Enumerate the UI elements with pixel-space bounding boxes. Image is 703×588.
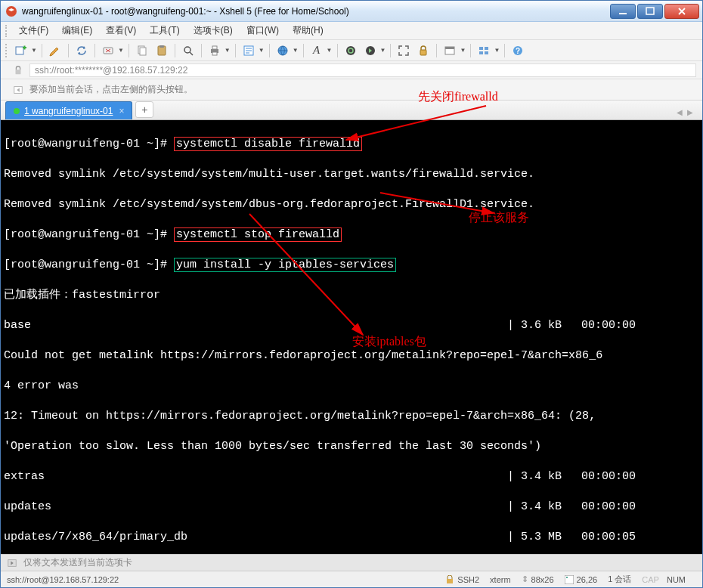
arrow-left-icon[interactable]	[13, 85, 23, 95]
copy-button[interactable]	[134, 42, 150, 59]
status-term: xterm	[490, 575, 511, 584]
script2-button[interactable]	[362, 42, 379, 59]
svg-rect-19	[445, 47, 454, 49]
svg-rect-31	[566, 577, 568, 578]
dropdown-icon[interactable]: ▼	[380, 47, 386, 54]
help-button[interactable]: ?	[509, 42, 526, 59]
tab-close-icon[interactable]: ×	[119, 106, 124, 116]
status-sessions: 1 会话	[608, 574, 631, 585]
menu-tabs[interactable]: 选项卡(B)	[187, 23, 239, 39]
tip-bar: 要添加当前会话，点击左侧的箭头按钮。	[1, 79, 702, 101]
status-ssh: SSH2	[445, 575, 479, 584]
font-button[interactable]: A	[308, 42, 325, 59]
status-dot-icon	[14, 108, 20, 114]
status-bar: ssh://root@192.168.57.129:22 SSH2 xterm …	[1, 571, 702, 587]
send-bar-text: 仅将文本发送到当前选项卡	[23, 556, 132, 569]
tab-nav: ◀ ▶	[677, 108, 698, 116]
app-window: wangruifenglinux-01 - root@wangruifeng-0…	[0, 0, 703, 588]
dropdown-icon[interactable]: ▼	[460, 47, 466, 54]
window-title: wangruifenglinux-01 - root@wangruifeng-0…	[22, 6, 610, 17]
dropdown-icon[interactable]: ▼	[118, 47, 124, 54]
new-session-button[interactable]	[13, 42, 29, 59]
disconnect-button[interactable]	[100, 42, 116, 59]
svg-rect-17	[420, 50, 426, 55]
highlight-cmd3: yum install -y iptables-services	[174, 258, 396, 272]
send-bar: 仅将文本发送到当前选项卡	[1, 554, 702, 571]
svg-rect-1	[619, 13, 627, 14]
highlight-cmd2: systemctl stop firewalld	[174, 227, 342, 242]
tab-next-icon[interactable]: ▶	[687, 108, 693, 116]
options-button[interactable]	[441, 42, 458, 59]
dropdown-icon[interactable]: ▼	[293, 47, 299, 54]
connection-bar	[1, 61, 702, 79]
svg-rect-23	[485, 51, 488, 54]
terminal[interactable]: [root@wangruifeng-01 ~]# systemctl disab…	[1, 120, 702, 554]
svg-rect-11	[212, 46, 217, 49]
fullscreen-button[interactable]	[395, 42, 412, 59]
tab-strip: 1 wangruifenglinux-01 × + ◀ ▶	[1, 101, 702, 120]
reconnect-button[interactable]	[73, 42, 90, 59]
lock-icon	[13, 65, 23, 76]
highlight-cmd1: systemctl disable firewalld	[174, 137, 362, 151]
lock-scroll-button[interactable]	[415, 42, 432, 59]
svg-rect-2	[646, 8, 654, 14]
menu-file[interactable]: 文件(F)	[13, 23, 54, 39]
title-bar: wangruifenglinux-01 - root@wangruifeng-0…	[1, 1, 702, 22]
svg-rect-8	[159, 45, 164, 48]
secure-icon	[445, 575, 454, 584]
cursor-icon	[565, 575, 574, 584]
svg-rect-12	[212, 52, 217, 55]
svg-rect-22	[479, 51, 483, 54]
svg-rect-30	[565, 575, 574, 584]
connection-input[interactable]	[29, 63, 696, 77]
dropdown-icon[interactable]: ▼	[225, 47, 231, 54]
menu-bar: 文件(F) 编辑(E) 查看(V) 工具(T) 选项卡(B) 窗口(W) 帮助(…	[1, 22, 702, 40]
menu-view[interactable]: 查看(V)	[100, 23, 142, 39]
tip-text: 要添加当前会话，点击左侧的箭头按钮。	[29, 83, 193, 96]
svg-text:?: ?	[516, 47, 520, 55]
app-icon	[5, 5, 17, 17]
status-pos: 26,26	[565, 575, 598, 584]
paste-button[interactable]	[153, 42, 170, 59]
svg-rect-21	[485, 47, 488, 50]
svg-point-9	[184, 47, 190, 53]
svg-rect-6	[140, 48, 146, 55]
svg-point-15	[346, 46, 355, 55]
send-icon[interactable]	[7, 558, 17, 568]
globe-button[interactable]	[274, 42, 291, 59]
dropdown-icon[interactable]: ▼	[327, 47, 333, 54]
print-button[interactable]	[206, 42, 223, 59]
status-connection: ssh://root@192.168.57.129:22	[7, 575, 119, 584]
menu-tools[interactable]: 工具(T)	[144, 23, 185, 39]
grip-icon	[5, 25, 8, 37]
script-button[interactable]	[342, 42, 359, 59]
svg-rect-26	[16, 70, 21, 74]
layout-button[interactable]	[475, 42, 492, 59]
find-button[interactable]	[180, 42, 197, 59]
grip-icon	[5, 44, 8, 57]
tab-label: 1 wangruifenglinux-01	[24, 106, 113, 116]
menu-window[interactable]: 窗口(W)	[240, 23, 285, 39]
new-tab-button[interactable]: +	[135, 101, 153, 118]
svg-rect-20	[479, 47, 483, 50]
status-size: ⇕ 88x26	[522, 574, 554, 584]
menu-help[interactable]: 帮助(H)	[286, 23, 330, 39]
minimize-button[interactable]	[610, 4, 636, 19]
edit-button[interactable]	[47, 42, 63, 59]
dropdown-icon[interactable]: ▼	[259, 47, 265, 54]
svg-rect-29	[447, 579, 453, 583]
tab-prev-icon[interactable]: ◀	[677, 108, 683, 116]
dropdown-icon[interactable]: ▼	[31, 47, 37, 54]
dropdown-icon[interactable]: ▼	[494, 47, 500, 54]
properties-button[interactable]	[240, 42, 257, 59]
maximize-button[interactable]	[637, 4, 663, 19]
svg-rect-3	[16, 47, 23, 54]
close-button[interactable]	[664, 4, 699, 19]
menu-edit[interactable]: 编辑(E)	[56, 23, 98, 39]
tab-session-1[interactable]: 1 wangruifenglinux-01 ×	[5, 101, 132, 119]
toolbar: ▼ ▼ ▼ ▼ ▼ A ▼ ▼ ▼ ▼	[1, 40, 702, 61]
